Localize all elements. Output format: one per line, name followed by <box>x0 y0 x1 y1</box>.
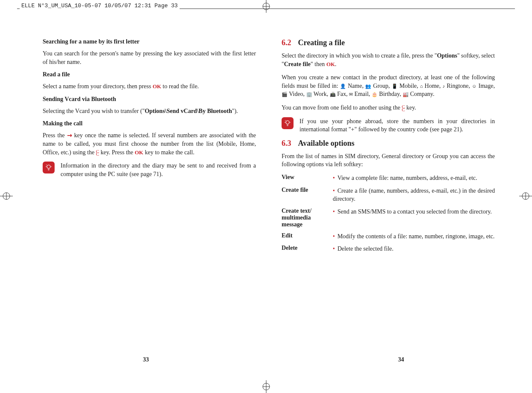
company-icon: 🏭 <box>403 91 409 98</box>
section-label: Available options <box>298 139 355 147</box>
crop-mark-left <box>0 190 13 202</box>
text: Select the directory in which you wish t… <box>282 52 437 59</box>
option-desc: •View a complete file: name, numbers, ad… <box>333 174 495 182</box>
text: Selecting the Vcard you wish to transfer… <box>43 108 145 114</box>
heading-search: Searching for a name by its first letter <box>43 38 256 45</box>
text: Modify the contents of a file: name, num… <box>337 233 494 240</box>
mobile-icon: 📱 <box>392 83 398 90</box>
svg-point-18 <box>286 121 289 124</box>
option-desc: •Delete the selected file. <box>333 245 495 253</box>
option-desc: •Send an SMS/MMS to a contact you select… <box>333 208 495 228</box>
section-num: 6.2 <box>282 38 291 47</box>
text: Group, <box>371 83 392 89</box>
text: Birthday, <box>378 91 403 97</box>
ok-key-icon: OK <box>153 83 161 90</box>
svg-line-23 <box>285 120 286 121</box>
text: You can move from one field to another u… <box>282 104 402 111</box>
left-column: Searching for a name by its first letter… <box>43 38 256 257</box>
section-num: 6.3 <box>282 139 291 147</box>
text: Ringtone, <box>445 83 472 89</box>
bullet-icon: • <box>333 233 335 240</box>
text: "). <box>232 108 238 114</box>
text: Delete the selected file. <box>337 246 393 252</box>
option-row: View •View a complete file: name, number… <box>282 174 495 182</box>
option-row: Edit •Modify the contents of a file: nam… <box>282 232 495 241</box>
note-text: Information in the directory and the dia… <box>61 162 256 178</box>
text: Fax, <box>336 91 349 97</box>
person-icon: 👤 <box>340 83 346 90</box>
bullet-icon: • <box>333 208 335 215</box>
option-label: Create text/ multimedia message <box>282 208 333 228</box>
heading-read: Read a file <box>43 71 256 78</box>
heading-vcard: Sending Vcard via Bluetooth <box>43 96 256 103</box>
text: Send an SMS/MMS to a contact you selecte… <box>337 208 492 215</box>
group-icon: 👥 <box>365 83 371 90</box>
ok-key-icon: OK <box>326 61 335 67</box>
section-label: Creating a file <box>298 38 345 47</box>
text: Press the <box>43 132 67 139</box>
note-international: If you use your phone abroad, store the … <box>282 117 495 134</box>
text: View a complete file: name, numbers, add… <box>337 175 477 181</box>
svg-point-12 <box>47 165 50 168</box>
option-label: Edit <box>282 232 333 241</box>
work-icon: 🏢 <box>306 91 312 98</box>
lightbulb-icon <box>282 117 294 129</box>
text: Select a name from your directory, then … <box>43 83 153 90</box>
option-label: View <box>282 174 333 182</box>
text: " then <box>311 61 326 67</box>
option-label: Delete <box>282 245 333 253</box>
option-row: Delete •Delete the selected file. <box>282 245 495 253</box>
content-area: Searching for a name by its first letter… <box>43 38 506 257</box>
option-row: Create text/ multimedia message •Send an… <box>282 208 495 228</box>
option-row: Create file •Create a file (name, number… <box>282 187 495 203</box>
text: key. Press the <box>99 149 134 156</box>
option-label: Create file <box>282 187 333 203</box>
text: Create a file (name, numbers, address, e… <box>333 188 495 202</box>
para-fields: When you create a new contact in the pro… <box>282 73 495 98</box>
options-table: View •View a complete file: name, number… <box>282 174 495 253</box>
image-icon: ☺ <box>472 83 477 90</box>
text: key to make the call. <box>143 149 195 156</box>
crop-mark-top <box>260 0 273 13</box>
crop-mark-right <box>519 190 532 202</box>
text: Company. <box>409 91 435 97</box>
text: to read the file. <box>161 83 199 90</box>
text: key. <box>405 104 416 111</box>
text: Work, <box>312 91 330 97</box>
heading-call: Making the call <box>43 120 256 127</box>
para-call: Press the ↘ key once the name is selecte… <box>43 131 256 156</box>
note-pc-suite: Information in the directory and the dia… <box>43 162 256 178</box>
para-move-field: You can move from one field to another u… <box>282 104 495 112</box>
text: Email, <box>353 91 372 97</box>
bullet-icon: • <box>333 188 335 194</box>
note-text: If you use your phone abroad, store the … <box>299 117 495 134</box>
text: Image, <box>477 83 495 89</box>
print-header: ELLE N°3_UM_USA_10-05-07 10/05/07 12:31 … <box>20 3 180 9</box>
ok-key-icon: OK <box>135 149 143 156</box>
menu-path: Options\Send vCard\By Bluetooth <box>145 108 232 114</box>
nav-key-icon: CC <box>402 105 405 111</box>
option-desc: •Modify the contents of a file: name, nu… <box>333 232 495 241</box>
bullet-icon: • <box>333 175 335 181</box>
video-icon: 🎬 <box>282 91 288 98</box>
text: . <box>335 61 337 67</box>
para-read: Select a name from your directory, then … <box>43 82 256 91</box>
section-6-2: 6.2Creating a file <box>282 38 495 47</box>
bullet-icon: • <box>333 246 335 252</box>
text: Name, <box>346 83 365 89</box>
section-6-3: 6.3Available options <box>282 139 495 148</box>
crop-mark-bottom <box>260 380 273 393</box>
page-number-left: 33 <box>143 356 149 363</box>
email-icon: ✉ <box>349 91 353 98</box>
options-label: Options <box>437 52 457 59</box>
svg-line-17 <box>46 165 47 165</box>
create-file-label: Create file <box>284 61 311 67</box>
right-column: 6.2Creating a file Select the directory … <box>282 38 495 257</box>
para-create-file: Select the directory in which you wish t… <box>282 52 495 68</box>
para-vcard: Selecting the Vcard you wish to transfer… <box>43 107 256 116</box>
page-number-right: 34 <box>398 356 404 363</box>
para-search: You can search for the person's name by … <box>43 49 256 66</box>
lightbulb-icon <box>43 162 55 173</box>
para-options-intro: From the list of names in SIM directory,… <box>282 152 495 169</box>
birthday-icon: 🎂 <box>372 91 378 98</box>
